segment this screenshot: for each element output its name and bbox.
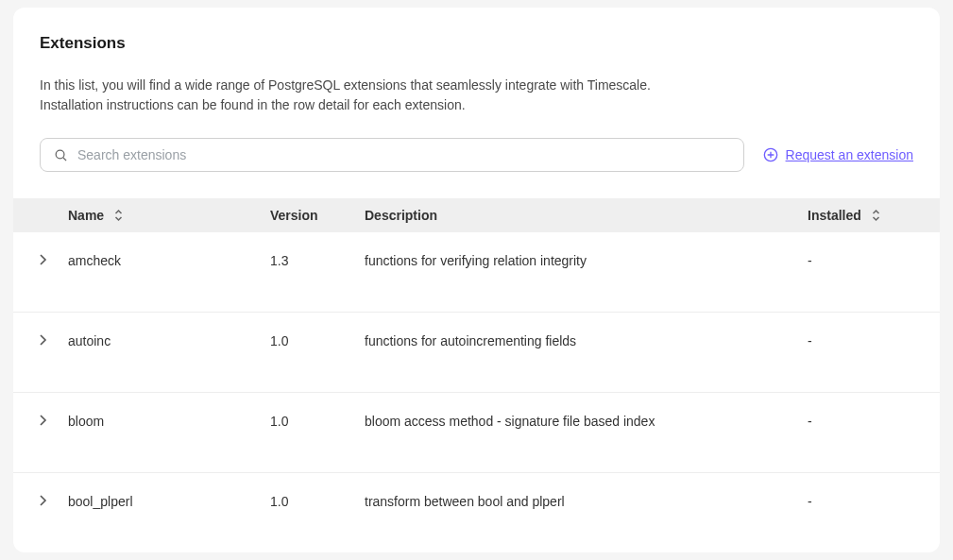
- col-header-name-label: Name: [68, 208, 104, 223]
- col-header-installed[interactable]: Installed: [808, 208, 913, 223]
- cell-name: bloom: [68, 414, 270, 429]
- col-header-name[interactable]: Name: [68, 208, 270, 223]
- cell-version: 1.3: [270, 253, 365, 268]
- sort-icon: [113, 209, 124, 222]
- cell-version: 1.0: [270, 333, 365, 348]
- col-header-version: Version: [270, 208, 365, 223]
- table-header: Name Version Description Installed: [13, 198, 940, 232]
- expand-row-button[interactable]: [40, 253, 68, 265]
- col-header-description-label: Description: [365, 208, 437, 223]
- cell-description: bloom access method - signature file bas…: [365, 414, 808, 429]
- table-row: autoinc 1.0 functions for autoincrementi…: [13, 313, 940, 393]
- expand-row-button[interactable]: [40, 414, 68, 426]
- cell-installed: -: [808, 494, 913, 509]
- plus-circle-icon: [763, 147, 778, 162]
- intro-line-2: Installation instructions can be found i…: [40, 97, 466, 112]
- search-wrap[interactable]: [40, 138, 744, 172]
- cell-installed: -: [808, 253, 913, 268]
- table-row: bool_plperl 1.0 transform between bool a…: [13, 473, 940, 552]
- table-row: amcheck 1.3 functions for verifying rela…: [13, 232, 940, 313]
- cell-version: 1.0: [270, 494, 365, 509]
- col-header-version-label: Version: [270, 208, 318, 223]
- chevron-right-icon: [40, 495, 47, 506]
- cell-installed: -: [808, 414, 913, 429]
- extensions-panel: Extensions In this list, you will find a…: [13, 8, 940, 552]
- col-header-description: Description: [365, 208, 808, 223]
- page-title: Extensions: [40, 34, 913, 53]
- chevron-right-icon: [40, 415, 47, 426]
- col-header-installed-label: Installed: [808, 208, 861, 223]
- header-block: Extensions In this list, you will find a…: [13, 34, 940, 138]
- cell-version: 1.0: [270, 414, 365, 429]
- chevron-right-icon: [40, 254, 47, 265]
- search-icon: [54, 148, 68, 162]
- expand-row-button[interactable]: [40, 333, 68, 346]
- cell-description: functions for verifying relation integri…: [365, 253, 808, 268]
- cell-description: functions for autoincrementing fields: [365, 333, 808, 348]
- cell-name: autoinc: [68, 333, 270, 348]
- cell-installed: -: [808, 333, 913, 348]
- chevron-right-icon: [40, 334, 47, 346]
- expand-row-button[interactable]: [40, 494, 68, 506]
- cell-name: amcheck: [68, 253, 270, 268]
- controls-row: Request an extension: [13, 138, 940, 198]
- search-input[interactable]: [77, 147, 730, 162]
- intro-line-1: In this list, you will find a wide range…: [40, 77, 651, 93]
- sort-icon: [871, 209, 881, 222]
- svg-point-0: [56, 150, 64, 159]
- svg-line-1: [63, 158, 66, 161]
- table-row: bloom 1.0 bloom access method - signatur…: [13, 393, 940, 473]
- request-extension-label: Request an extension: [786, 147, 913, 162]
- cell-description: transform between bool and plperl: [365, 494, 808, 509]
- request-extension-link[interactable]: Request an extension: [763, 147, 913, 162]
- cell-name: bool_plperl: [68, 494, 270, 509]
- intro-text: In this list, you will find a wide range…: [40, 76, 913, 115]
